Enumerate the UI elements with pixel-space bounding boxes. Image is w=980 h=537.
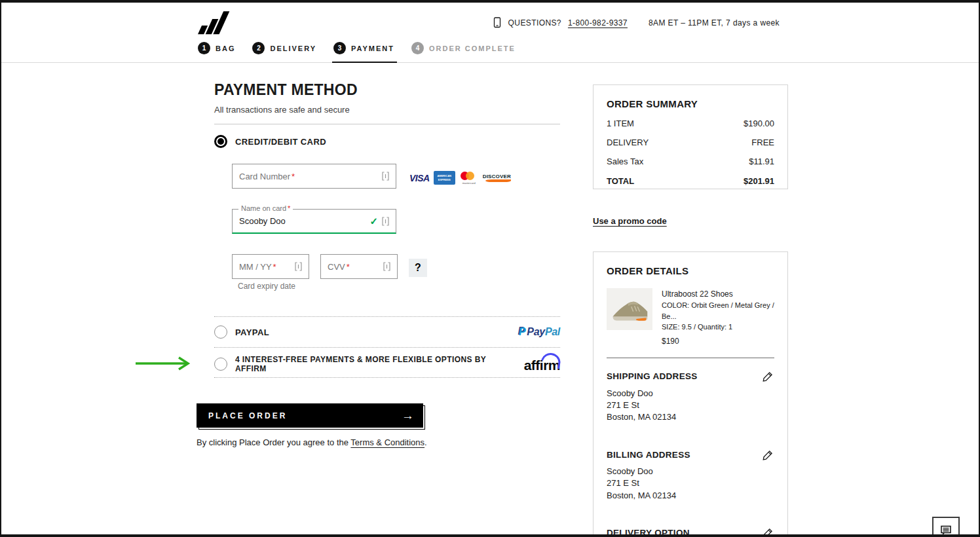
chat-widget-button[interactable]: [932, 517, 960, 537]
product-name: Ultraboost 22 Shoes: [662, 288, 774, 300]
paypal-option-label: PAYPAL: [235, 327, 269, 337]
expiry-input[interactable]: MM / YY*: [232, 254, 309, 279]
terms-note: By clicking Place Order you agree to the…: [197, 437, 427, 447]
name-on-card-input[interactable]: Name on card* Scooby Doo ✓: [232, 209, 396, 234]
summary-row-items: 1 ITEM $190.00: [607, 119, 774, 128]
card-scan-icon[interactable]: [382, 172, 389, 181]
checkout-page: QUESTIONS? 1-800-982-9337 8AM ET – 11PM …: [0, 0, 980, 537]
required-mark: *: [273, 262, 276, 272]
required-mark: *: [292, 172, 295, 181]
step-bag[interactable]: 1 BAG: [198, 42, 235, 57]
terms-link[interactable]: Terms & Conditions: [350, 437, 424, 447]
radio-affirm[interactable]: [214, 358, 227, 371]
summary-row-tax: Sales Tax $11.91: [607, 157, 774, 166]
billing-address-title: BILLING ADDRESS: [607, 450, 774, 460]
page-title: PAYMENT METHOD: [214, 81, 358, 99]
header: QUESTIONS? 1-800-982-9337 8AM ET – 11PM …: [1, 3, 979, 63]
accepted-cards: VISA AMERICAN EXPRESS mastercard DISCOVE…: [409, 171, 511, 185]
discover-icon: DISCOVER: [483, 174, 511, 182]
step-payment[interactable]: 3 PAYMENT: [333, 42, 394, 57]
product-color: COLOR: Orbit Green / Metal Grey / Be...: [662, 300, 774, 322]
card-number-placeholder: Card Number: [239, 172, 290, 181]
card-scan-icon[interactable]: [295, 262, 302, 271]
step-number-badge: 3: [333, 42, 346, 54]
shipping-address-lines: Scooby Doo 271 E St Boston, MA 02134: [607, 388, 774, 424]
expiry-placeholder: MM / YY: [239, 262, 272, 272]
step-label: DELIVERY: [270, 45, 316, 52]
annotation-arrow-icon: [134, 356, 195, 371]
delivery-option-title: DELIVERY OPTION: [607, 528, 774, 537]
divider: [607, 358, 774, 358]
billing-address-lines: Scooby Doo 271 E St Boston, MA 02134: [607, 466, 774, 502]
radio-paypal[interactable]: [214, 325, 227, 339]
promo-code-link[interactable]: Use a promo code: [593, 216, 667, 226]
product-info: Ultraboost 22 Shoes COLOR: Orbit Green /…: [662, 288, 774, 347]
order-details-title: ORDER DETAILS: [607, 265, 774, 276]
affirm-option-label: 4 INTEREST-FREE PAYMENTS & MORE FLEXIBLE…: [235, 355, 508, 373]
dotted-divider: [214, 377, 560, 378]
checkout-steps: 1 BAG 2 DELIVERY 3 PAYMENT 4 ORDER COMPL…: [198, 42, 516, 57]
adidas-logo-icon[interactable]: [198, 9, 231, 38]
contact-info: QUESTIONS? 1-800-982-9337 8AM ET – 11PM …: [493, 17, 780, 28]
summary-row-total: TOTAL $201.91: [607, 176, 774, 186]
step-label: PAYMENT: [351, 45, 394, 52]
order-summary-title: ORDER SUMMARY: [607, 98, 774, 109]
chat-bubble-icon: [939, 523, 953, 537]
required-mark: *: [288, 204, 290, 212]
place-order-button[interactable]: PLACE ORDER →: [197, 403, 423, 428]
phone-number-link[interactable]: 1-800-982-9337: [568, 18, 628, 28]
mobile-phone-icon: [493, 17, 502, 28]
step-label: ORDER COMPLETE: [429, 45, 516, 52]
visa-icon: VISA: [409, 173, 430, 183]
name-on-card-label: Name on card*: [238, 204, 293, 212]
valid-check-icon: ✓: [369, 215, 378, 227]
payment-option-affirm[interactable]: 4 INTEREST-FREE PAYMENTS & MORE FLEXIBLE…: [214, 355, 560, 373]
arrow-right-icon: →: [402, 409, 414, 423]
affirm-logo-icon: affirm: [524, 355, 560, 373]
card-number-input[interactable]: Card Number*: [232, 164, 396, 189]
step-number-badge: 4: [411, 42, 424, 54]
cvv-help-button[interactable]: ?: [409, 259, 427, 277]
product-row: Ultraboost 22 Shoes COLOR: Orbit Green /…: [607, 288, 774, 347]
divider: [214, 124, 560, 124]
product-size-qty: SIZE: 9.5 / Quantity: 1: [662, 322, 774, 333]
radio-card-selected[interactable]: [214, 135, 227, 148]
order-summary-panel: ORDER SUMMARY 1 ITEM $190.00 DELIVERY FR…: [593, 84, 788, 189]
payment-option-card[interactable]: CREDIT/DEBIT CARD: [214, 135, 326, 148]
payment-option-paypal[interactable]: PAYPAL P Pay Pal: [214, 325, 560, 339]
cvv-input[interactable]: CVV*: [320, 254, 398, 279]
card-scan-icon[interactable]: [383, 262, 390, 271]
support-hours: 8AM ET – 11PM ET, 7 days a week: [649, 18, 780, 28]
card-scan-icon[interactable]: [382, 217, 389, 226]
amex-icon: AMERICAN EXPRESS: [434, 171, 455, 185]
step-order-complete: 4 ORDER COMPLETE: [411, 42, 516, 57]
summary-row-delivery: DELIVERY FREE: [607, 138, 774, 147]
dotted-divider: [214, 316, 560, 317]
shipping-address-title: SHIPPING ADDRESS: [607, 371, 774, 381]
product-price: $190: [662, 335, 774, 347]
cvv-placeholder: CVV: [328, 262, 345, 272]
step-label: BAG: [216, 45, 235, 52]
edit-billing-button[interactable]: [759, 447, 776, 466]
card-option-label: CREDIT/DEBIT CARD: [235, 137, 326, 147]
dotted-divider: [214, 347, 560, 348]
product-image: [607, 288, 652, 330]
paypal-logo-icon: P Pay Pal: [519, 326, 560, 338]
mastercard-icon: mastercard: [459, 171, 479, 185]
order-details-panel: ORDER DETAILS Ultraboost 22 Shoes COLOR:…: [593, 251, 788, 537]
page-subtitle: All transactions are safe and secure: [214, 105, 350, 115]
required-mark: *: [347, 262, 350, 272]
edit-shipping-button[interactable]: [759, 369, 776, 387]
step-number-badge: 2: [252, 42, 265, 54]
edit-delivery-button[interactable]: [759, 525, 776, 537]
expiry-helper-text: Card expiry date: [238, 282, 295, 291]
step-delivery[interactable]: 2 DELIVERY: [252, 42, 316, 57]
billing-address-section: BILLING ADDRESS Scooby Doo 271 E St Bost…: [607, 450, 774, 502]
delivery-option-section: DELIVERY OPTION Standard Delivery Thu No…: [607, 528, 774, 537]
shipping-address-section: SHIPPING ADDRESS Scooby Doo 271 E St Bos…: [607, 371, 774, 424]
step-number-badge: 1: [198, 42, 210, 54]
questions-label: QUESTIONS?: [508, 18, 561, 28]
name-on-card-value: Scooby Doo: [239, 216, 286, 226]
